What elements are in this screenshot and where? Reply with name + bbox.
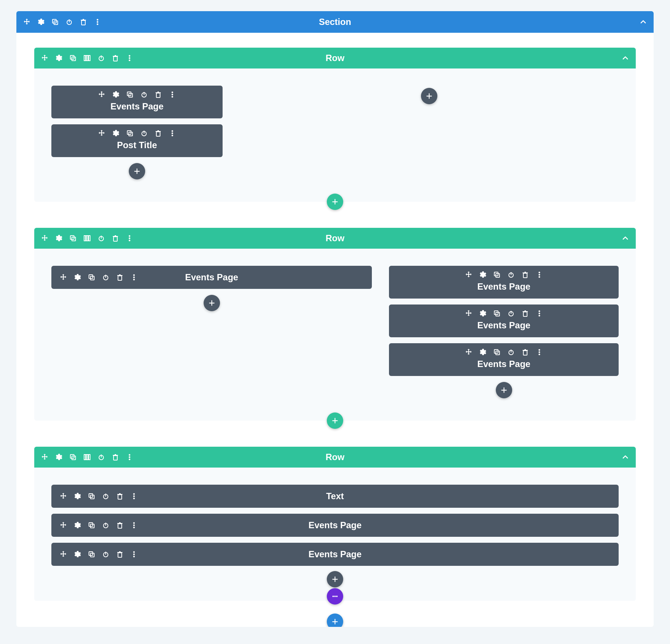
add-module-button[interactable]	[496, 382, 512, 398]
module[interactable]: Events Page	[389, 266, 619, 299]
power-icon[interactable]	[102, 522, 109, 529]
module[interactable]: Events Page	[389, 343, 619, 376]
columns-icon[interactable]	[83, 54, 91, 62]
more-options-button[interactable]	[327, 588, 343, 605]
move-icon[interactable]	[60, 492, 67, 500]
trash-icon[interactable]	[116, 274, 124, 281]
gear-icon[interactable]	[74, 274, 81, 281]
duplicate-icon[interactable]	[493, 271, 501, 278]
move-icon[interactable]	[465, 271, 472, 278]
power-icon[interactable]	[98, 235, 105, 242]
columns-icon[interactable]	[83, 453, 91, 461]
add-section-button[interactable]	[327, 613, 343, 627]
more-icon[interactable]	[130, 551, 138, 558]
trash-icon[interactable]	[112, 453, 119, 461]
module[interactable]: Events Page	[51, 514, 619, 537]
gear-icon[interactable]	[55, 453, 63, 461]
more-icon[interactable]	[130, 492, 138, 500]
module[interactable]: Post Title	[51, 124, 223, 157]
add-module-button[interactable]	[327, 571, 343, 587]
move-icon[interactable]	[23, 18, 31, 26]
duplicate-icon[interactable]	[493, 348, 501, 356]
gear-icon[interactable]	[479, 271, 486, 278]
move-icon[interactable]	[60, 551, 67, 558]
duplicate-icon[interactable]	[69, 235, 77, 242]
duplicate-icon[interactable]	[126, 130, 134, 137]
add-module-button[interactable]	[129, 163, 145, 179]
collapse-icon[interactable]	[622, 54, 629, 62]
gear-icon[interactable]	[479, 310, 486, 317]
collapse-icon[interactable]	[639, 18, 647, 26]
more-icon[interactable]	[169, 91, 176, 98]
power-icon[interactable]	[102, 274, 109, 281]
trash-icon[interactable]	[154, 130, 162, 137]
trash-icon[interactable]	[116, 492, 124, 500]
gear-icon[interactable]	[37, 18, 45, 26]
module[interactable]: Events Page	[51, 266, 372, 289]
gear-icon[interactable]	[74, 551, 81, 558]
module[interactable]: Events Page	[51, 543, 619, 566]
add-row-button[interactable]	[327, 194, 343, 210]
duplicate-icon[interactable]	[69, 54, 77, 62]
columns-icon[interactable]	[83, 235, 91, 242]
duplicate-icon[interactable]	[51, 18, 59, 26]
trash-icon[interactable]	[80, 18, 87, 26]
power-icon[interactable]	[98, 54, 105, 62]
duplicate-icon[interactable]	[88, 492, 95, 500]
module[interactable]: Events Page	[389, 305, 619, 337]
trash-icon[interactable]	[521, 271, 529, 278]
module[interactable]: Text	[51, 485, 619, 508]
move-icon[interactable]	[465, 348, 472, 356]
duplicate-icon[interactable]	[126, 91, 134, 98]
power-icon[interactable]	[507, 310, 515, 317]
power-icon[interactable]	[140, 130, 148, 137]
trash-icon[interactable]	[112, 54, 119, 62]
move-icon[interactable]	[60, 274, 67, 281]
move-icon[interactable]	[465, 310, 472, 317]
power-icon[interactable]	[66, 18, 73, 26]
trash-icon[interactable]	[116, 522, 124, 529]
power-icon[interactable]	[140, 91, 148, 98]
power-icon[interactable]	[507, 348, 515, 356]
more-icon[interactable]	[130, 522, 138, 529]
more-icon[interactable]	[126, 235, 133, 242]
more-icon[interactable]	[126, 54, 133, 62]
duplicate-icon[interactable]	[493, 310, 501, 317]
move-icon[interactable]	[60, 522, 67, 529]
gear-icon[interactable]	[479, 348, 486, 356]
gear-icon[interactable]	[55, 54, 63, 62]
more-icon[interactable]	[126, 453, 133, 461]
duplicate-icon[interactable]	[69, 453, 77, 461]
add-module-button[interactable]	[204, 295, 220, 311]
duplicate-icon[interactable]	[88, 274, 95, 281]
more-icon[interactable]	[169, 130, 176, 137]
gear-icon[interactable]	[74, 522, 81, 529]
add-module-button[interactable]	[421, 88, 437, 104]
trash-icon[interactable]	[116, 551, 124, 558]
more-icon[interactable]	[536, 271, 543, 278]
trash-icon[interactable]	[521, 348, 529, 356]
collapse-icon[interactable]	[622, 453, 629, 461]
trash-icon[interactable]	[154, 91, 162, 98]
move-icon[interactable]	[41, 235, 48, 242]
power-icon[interactable]	[507, 271, 515, 278]
move-icon[interactable]	[41, 453, 48, 461]
move-icon[interactable]	[98, 91, 105, 98]
more-icon[interactable]	[94, 18, 101, 26]
gear-icon[interactable]	[74, 492, 81, 500]
add-row-button[interactable]	[327, 412, 343, 429]
duplicate-icon[interactable]	[88, 522, 95, 529]
move-icon[interactable]	[98, 130, 105, 137]
move-icon[interactable]	[41, 54, 48, 62]
gear-icon[interactable]	[112, 91, 119, 98]
more-icon[interactable]	[536, 348, 543, 356]
power-icon[interactable]	[102, 551, 109, 558]
power-icon[interactable]	[98, 453, 105, 461]
power-icon[interactable]	[102, 492, 109, 500]
gear-icon[interactable]	[55, 235, 63, 242]
trash-icon[interactable]	[521, 310, 529, 317]
gear-icon[interactable]	[112, 130, 119, 137]
module[interactable]: Events Page	[51, 86, 223, 118]
collapse-icon[interactable]	[622, 235, 629, 242]
more-icon[interactable]	[130, 274, 138, 281]
